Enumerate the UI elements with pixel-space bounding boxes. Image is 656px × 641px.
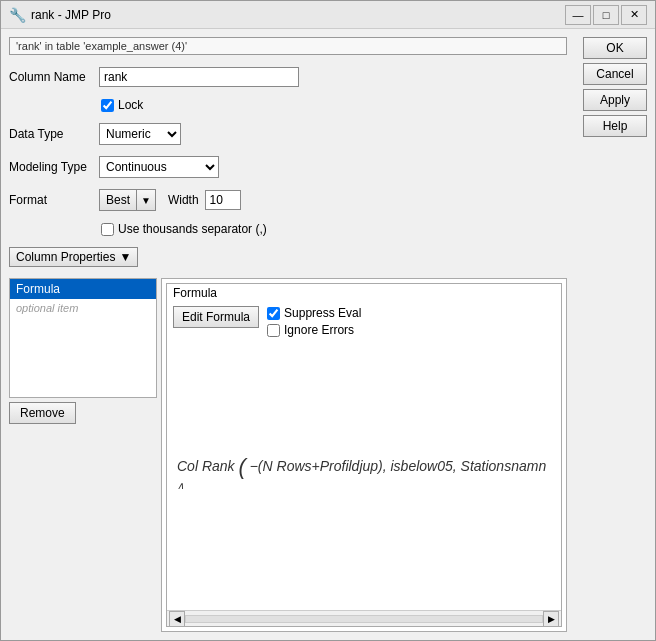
format-best-arrow[interactable]: ▼ (137, 190, 155, 210)
width-label: Width (168, 193, 199, 207)
suppress-eval-checkbox[interactable] (267, 307, 280, 320)
formula-scrollbar: ◀ ▶ (167, 610, 561, 626)
col-props-row: Column Properties ▼ (9, 247, 567, 267)
data-type-select[interactable]: Numeric Character Row State (99, 123, 181, 145)
width-input[interactable] (205, 190, 241, 210)
minimize-button[interactable]: — (565, 5, 591, 25)
main-window: 🔧 rank - JMP Pro — □ ✕ 'rank' in table '… (0, 0, 656, 641)
format-label: Format (9, 193, 99, 207)
cancel-button[interactable]: Cancel (583, 63, 647, 85)
sidebar-buttons: OK Cancel Apply Help (575, 29, 655, 640)
modeling-type-select[interactable]: Continuous Ordinal Nominal (99, 156, 219, 178)
lock-label: Lock (118, 98, 143, 112)
help-button[interactable]: Help (583, 115, 647, 137)
table-label: 'rank' in table 'example_answer (4)' (9, 37, 567, 55)
formula-controls-row: Edit Formula Suppress Eval Ignore Errors (167, 302, 561, 341)
formula-group: Formula Edit Formula Suppress Eval (166, 283, 562, 627)
prop-item-optional: optional item (10, 299, 156, 317)
ok-button[interactable]: OK (583, 37, 647, 59)
thousands-row: Use thousands separator (,) (101, 222, 567, 236)
format-best-splitbtn: Best ▼ (99, 189, 156, 211)
titlebar: 🔧 rank - JMP Pro — □ ✕ (1, 1, 655, 29)
scroll-right-button[interactable]: ▶ (543, 611, 559, 627)
formula-checkboxes: Suppress Eval Ignore Errors (267, 306, 361, 337)
suppress-eval-label: Suppress Eval (284, 306, 361, 320)
content-area: 'rank' in table 'example_answer (4)' Col… (1, 29, 655, 640)
main-form: 'rank' in table 'example_answer (4)' Col… (1, 29, 575, 640)
lock-checkbox[interactable] (101, 99, 114, 112)
edit-formula-button[interactable]: Edit Formula (173, 306, 259, 328)
caret-icon: ∧ (177, 480, 184, 491)
apply-button[interactable]: Apply (583, 89, 647, 111)
thousands-label: Use thousands separator (,) (118, 222, 267, 236)
lock-row: Lock (101, 98, 567, 112)
properties-list: Formula optional item (9, 278, 157, 398)
thousands-checkbox[interactable] (101, 223, 114, 236)
close-button[interactable]: ✕ (621, 5, 647, 25)
formula-group-title: Formula (167, 284, 561, 302)
format-controls: Best ▼ Width (99, 189, 241, 211)
scrollbar-track[interactable] (185, 615, 543, 623)
window-controls: — □ ✕ (565, 5, 647, 25)
data-type-label: Data Type (9, 127, 99, 141)
maximize-button[interactable]: □ (593, 5, 619, 25)
column-properties-label: Column Properties (16, 250, 115, 264)
formula-panel: Formula Edit Formula Suppress Eval (161, 278, 567, 632)
lower-section: Formula optional item Remove Formula Edi… (9, 278, 567, 632)
suppress-eval-row: Suppress Eval (267, 306, 361, 320)
ignore-errors-label: Ignore Errors (284, 323, 354, 337)
ignore-errors-row: Ignore Errors (267, 323, 361, 337)
scroll-left-button[interactable]: ◀ (169, 611, 185, 627)
format-best-main[interactable]: Best (100, 190, 137, 210)
formula-title-text: Formula (173, 286, 217, 300)
column-name-row: Column Name (9, 67, 567, 87)
format-row: Format Best ▼ Width (9, 189, 567, 211)
formula-content: Col Rank ( −(N Rows+Profildjup), isbelow… (167, 341, 561, 610)
modeling-type-label: Modeling Type (9, 160, 99, 174)
window-title: rank - JMP Pro (31, 8, 565, 22)
ignore-errors-checkbox[interactable] (267, 324, 280, 337)
column-name-label: Column Name (9, 70, 99, 84)
prop-item-formula[interactable]: Formula (10, 279, 156, 299)
open-paren: ( (238, 454, 245, 479)
data-type-row: Data Type Numeric Character Row State (9, 123, 567, 145)
formula-display-text: Col Rank ( −(N Rows+Profildjup), isbelow… (177, 454, 551, 498)
remove-button[interactable]: Remove (9, 402, 76, 424)
app-icon: 🔧 (9, 7, 25, 23)
column-properties-arrow: ▼ (119, 250, 131, 264)
column-properties-dropdown[interactable]: Column Properties ▼ (9, 247, 138, 267)
modeling-type-row: Modeling Type Continuous Ordinal Nominal (9, 156, 567, 178)
left-panel: Formula optional item Remove (9, 278, 157, 632)
column-name-input[interactable] (99, 67, 299, 87)
